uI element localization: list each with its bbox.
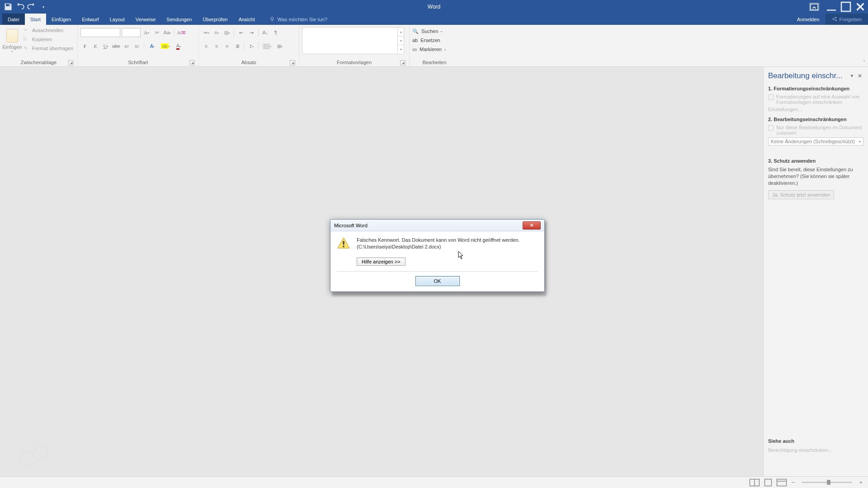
zoom-out-button[interactable]: −: [790, 479, 797, 486]
read-mode-icon[interactable]: [749, 479, 760, 487]
highlight-button[interactable]: ab▾: [160, 42, 171, 51]
bullets-button[interactable]: ≔▾: [202, 28, 211, 37]
dialog-message: Falsches Kennwort. Das Dokument kann von…: [357, 237, 519, 244]
group-paragraph: ≔▾ ≡▾ ⊟▾ ⇤ ⇥ A↓ ¶ ≡ ≡ ≡ ≣ ‡▾ ⬚▾ ⊞▾: [199, 25, 299, 66]
share-button[interactable]: Freigeben: [826, 14, 868, 25]
dialog-titlebar[interactable]: Microsoft Word ✕: [330, 220, 544, 231]
maximize-icon[interactable]: [839, 1, 853, 13]
restrict-permission-link[interactable]: Berechtigung einschränken...: [768, 447, 863, 453]
undo-icon[interactable]: [15, 2, 24, 11]
pane-close-icon[interactable]: ✕: [856, 73, 863, 79]
borders-button[interactable]: ⊞▾: [274, 42, 286, 51]
tab-start[interactable]: Start: [25, 14, 46, 25]
print-layout-icon[interactable]: [763, 479, 774, 487]
tab-references[interactable]: Verweise: [130, 14, 161, 25]
text-effects-button[interactable]: A▾: [146, 42, 158, 51]
font-launcher-icon[interactable]: ◢: [189, 60, 195, 66]
copy-button[interactable]: ⎘Kopieren: [24, 35, 73, 43]
tab-mailings[interactable]: Sendungen: [161, 14, 197, 25]
align-center-button[interactable]: ≡: [212, 42, 221, 51]
increase-indent-button[interactable]: ⇥: [247, 28, 256, 37]
qat-customize-icon[interactable]: ▾: [39, 2, 48, 11]
ok-button[interactable]: OK: [415, 276, 460, 286]
clear-formatting-button[interactable]: A⌫: [177, 28, 186, 37]
numbering-button[interactable]: ≡▾: [212, 28, 221, 37]
save-icon[interactable]: [4, 2, 13, 11]
web-layout-icon[interactable]: [776, 479, 787, 487]
signin-link[interactable]: Anmelden: [791, 14, 826, 25]
tab-view[interactable]: Ansicht: [233, 14, 260, 25]
tab-layout[interactable]: Layout: [104, 14, 130, 25]
replace-button[interactable]: abErsetzen: [412, 36, 446, 44]
align-left-button[interactable]: ≡: [202, 42, 211, 51]
format-painter-button[interactable]: ✎Format übertragen: [24, 44, 73, 52]
shading-button[interactable]: ⬚▾: [261, 42, 273, 51]
see-also-title: Siehe auch: [768, 438, 863, 444]
zoom-in-button[interactable]: +: [857, 479, 864, 486]
format-restrictions-checkbox[interactable]: Formatierungen auf eine Auswahl von Form…: [768, 94, 863, 105]
edit-restriction-value: Keine Änderungen (Schreibgeschützt): [771, 139, 855, 144]
select-button[interactable]: ▭Markieren▾: [412, 45, 446, 53]
gallery-more-icon[interactable]: ▾: [398, 45, 404, 54]
styles-launcher-icon[interactable]: ◢: [400, 60, 406, 66]
shrink-font-button[interactable]: A▾: [152, 28, 161, 37]
show-help-button[interactable]: Hilfe anzeigen >>: [357, 258, 406, 266]
italic-button[interactable]: K: [91, 42, 100, 51]
edit-restriction-select[interactable]: Keine Änderungen (Schreibgeschützt)▾: [768, 137, 863, 145]
paste-icon: [6, 29, 18, 42]
find-button[interactable]: 🔍Suchen▾: [412, 27, 446, 35]
justify-button[interactable]: ≣: [233, 42, 242, 51]
pane-s2-check-label: Nur diese Bearbeitungen im Dokument zula…: [776, 125, 863, 136]
dialog-close-button[interactable]: ✕: [523, 221, 541, 230]
svg-rect-11: [343, 241, 344, 244]
edit-restrictions-checkbox[interactable]: Nur diese Bearbeitungen im Dokument zula…: [768, 125, 863, 136]
group-paragraph-label: Absatz: [241, 60, 257, 65]
paste-button[interactable]: Einfügen ▾: [3, 26, 22, 56]
ribbon-display-options-icon[interactable]: [809, 3, 819, 11]
multilevel-list-button[interactable]: ⊟▾: [222, 28, 231, 37]
gallery-down-icon[interactable]: ▾: [398, 37, 404, 46]
underline-button[interactable]: U▾: [101, 42, 110, 51]
zoom-slider[interactable]: [802, 482, 852, 483]
styles-gallery[interactable]: ▴ ▾ ▾: [302, 27, 404, 54]
change-case-button[interactable]: Aa▾: [163, 28, 172, 37]
bold-button[interactable]: F: [80, 42, 90, 51]
tab-review[interactable]: Überprüfen: [198, 14, 233, 25]
font-family-combo[interactable]: [80, 28, 120, 37]
replace-icon: ab: [412, 38, 418, 43]
font-size-combo[interactable]: [122, 28, 141, 37]
group-clipboard-label: Zwischenablage: [21, 60, 57, 65]
pane-s1-title: 1. Formatierungseinschränkungen: [768, 86, 863, 91]
superscript-button[interactable]: x2: [132, 42, 142, 51]
tell-me-placeholder: Was möchten Sie tun?: [278, 17, 327, 22]
close-icon[interactable]: [854, 1, 867, 13]
pane-menu-icon[interactable]: ▼: [848, 74, 856, 78]
collapse-ribbon-icon[interactable]: ˄: [863, 60, 865, 65]
sort-button[interactable]: A↓: [261, 28, 270, 37]
apply-protection-button[interactable]: Ja, Schutz jetzt anwenden: [768, 190, 834, 199]
copy-label: Kopieren: [32, 37, 52, 42]
cut-button[interactable]: ✂Ausschneiden: [24, 26, 73, 34]
grow-font-button[interactable]: A▴: [142, 28, 151, 37]
paragraph-launcher-icon[interactable]: ◢: [290, 60, 295, 66]
pane-s3-text: Sind Sie bereit, diese Einstellungen zu …: [768, 166, 863, 187]
warning-icon: [337, 237, 350, 249]
show-marks-button[interactable]: ¶: [271, 28, 280, 37]
tab-insert[interactable]: Einfügen: [46, 14, 76, 25]
subscript-button[interactable]: x2: [122, 42, 131, 51]
clipboard-launcher-icon[interactable]: ◢: [68, 60, 74, 66]
strikethrough-button[interactable]: abc: [112, 42, 121, 51]
select-label: Markieren: [420, 47, 442, 52]
group-styles-label: Formatvorlagen: [337, 60, 372, 65]
align-right-button[interactable]: ≡: [222, 42, 231, 51]
tab-file[interactable]: Datei: [2, 14, 25, 25]
line-spacing-button[interactable]: ‡▾: [247, 42, 256, 51]
decrease-indent-button[interactable]: ⇤: [236, 28, 245, 37]
tell-me-search[interactable]: Was möchten Sie tun?: [264, 14, 333, 25]
tab-design[interactable]: Entwurf: [76, 14, 104, 25]
font-color-button[interactable]: A▾: [173, 42, 184, 51]
redo-icon[interactable]: [27, 2, 36, 11]
pane-s1-settings-link[interactable]: Einstellungen...: [768, 107, 863, 112]
gallery-up-icon[interactable]: ▴: [398, 28, 404, 37]
minimize-icon[interactable]: [825, 1, 838, 13]
